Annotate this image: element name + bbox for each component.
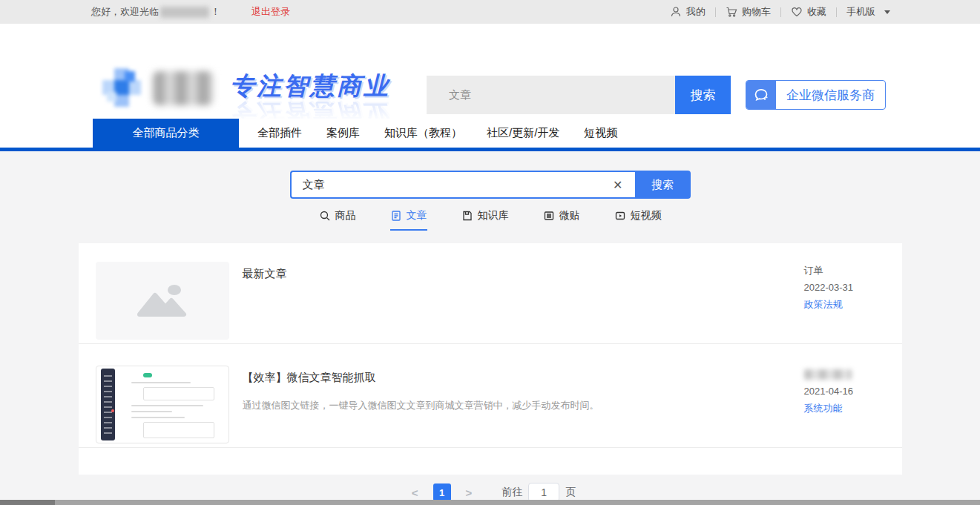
goto-label: 前往: [501, 486, 522, 499]
goto-page-input[interactable]: [528, 483, 559, 501]
logo-name-blurred: [153, 71, 214, 105]
thumb-admin-panel: [121, 371, 224, 438]
wechat-service-button[interactable]: 企业微信服务商: [746, 80, 886, 110]
header-search-button[interactable]: 搜索: [675, 76, 731, 114]
horizontal-scrollbar[interactable]: [0, 500, 980, 505]
divider: [780, 7, 781, 17]
thumb-admin-badge: [111, 409, 114, 412]
mobile-version-menu[interactable]: 手机版: [846, 5, 890, 19]
favorites-label: 收藏: [807, 5, 826, 19]
topbar-left: 您好，欢迎光临！ 退出登录: [91, 5, 290, 19]
censored-username: [160, 7, 209, 18]
page-unit-label: 页: [565, 486, 576, 499]
result-1-meta: 订单 2022-03-31 政策法规: [804, 265, 854, 317]
content-search-input[interactable]: [303, 179, 611, 191]
result-2-description: 通过微信图文链接，一键导入微信图文文章到商城文章营销中，减少手动发布时间。: [243, 399, 599, 412]
page: 您好，欢迎光临！ 退出登录 我的 购物车: [0, 0, 980, 505]
greeting-prefix: 您好，欢迎光临: [91, 6, 159, 17]
chevron-down-icon: [884, 10, 890, 14]
result-2-title[interactable]: 【效率】微信文章智能抓取: [243, 371, 599, 385]
header-search-input[interactable]: [427, 76, 675, 114]
my-account-link[interactable]: 我的: [670, 5, 706, 19]
header-search: 搜索: [427, 76, 731, 114]
result-2-author-blurred: [804, 369, 852, 380]
result-1-category-link[interactable]: 政策法规: [804, 300, 854, 309]
search-icon: [319, 210, 331, 222]
logout-link[interactable]: 退出登录: [251, 5, 290, 19]
content-search: ✕ 搜索: [290, 171, 691, 199]
result-type-tabs: 商品 文章 知识库: [0, 209, 980, 231]
result-item-2[interactable]: 【效率】微信文章智能抓取 通过微信图文链接，一键导入微信图文文章到商城文章营销中…: [79, 344, 902, 448]
tab-short-video[interactable]: 短视频: [614, 209, 662, 231]
tab-posts[interactable]: 微贴: [543, 209, 580, 231]
scrollbar-thumb[interactable]: [0, 500, 55, 505]
tab-knowledge[interactable]: 知识库: [461, 209, 509, 231]
content-search-button[interactable]: 搜索: [635, 171, 691, 199]
tab-articles[interactable]: 文章: [390, 209, 427, 231]
thumb-admin-sidebar: [101, 369, 115, 440]
wechat-work-icon: [746, 81, 776, 109]
main-nav: 全部商品分类 全部插件 案例库 知识库（教程） 社区/更新/开发 短视频: [0, 119, 980, 148]
nav-item-all-categories[interactable]: 全部商品分类: [93, 119, 239, 148]
video-icon: [614, 210, 626, 222]
result-2-main: 【效率】微信文章智能抓取 通过微信图文链接，一键导入微信图文文章到商城文章营销中…: [243, 366, 599, 443]
result-1-main: 最新文章: [243, 262, 287, 340]
greeting-suffix: ！: [211, 6, 220, 17]
cart-link[interactable]: 购物车: [726, 5, 771, 19]
result-2-thumbnail[interactable]: [96, 366, 229, 443]
tab-posts-label: 微贴: [559, 209, 580, 222]
logo-slogan-wrap: 专注智慧商业 专注智慧商业: [230, 70, 390, 120]
cart-label: 购物车: [742, 5, 771, 19]
cart-icon: [726, 6, 737, 18]
topbar: 您好，欢迎光临！ 退出登录 我的 购物车: [0, 0, 980, 24]
greeting-text: 您好，欢迎光临！: [91, 5, 220, 19]
nav-item-community[interactable]: 社区/更新/开发: [487, 126, 559, 140]
wechat-service-label: 企业微信服务商: [776, 81, 885, 109]
result-1-thumbnail[interactable]: [96, 262, 229, 340]
knowledge-icon: [461, 210, 473, 222]
nav-links: 全部插件 案例库 知识库（教程） 社区/更新/开发 短视频: [257, 119, 617, 148]
nav-item-knowledge-base[interactable]: 知识库（教程）: [384, 126, 462, 140]
prev-page-button[interactable]: <: [404, 486, 426, 499]
result-1-date: 2022-03-31: [804, 283, 854, 292]
favorites-link[interactable]: 收藏: [791, 5, 826, 19]
mobile-version-label: 手机版: [846, 5, 875, 19]
result-1-title[interactable]: 最新文章: [243, 267, 287, 281]
result-2-meta: 2021-04-16 系统功能: [804, 369, 854, 420]
image-placeholder-icon: [135, 280, 190, 322]
nav-item-short-video[interactable]: 短视频: [584, 126, 617, 140]
content: ✕ 搜索 商品 文章: [0, 151, 980, 501]
result-2-category-link[interactable]: 系统功能: [804, 403, 854, 413]
logo-mark-blurred: [102, 68, 141, 107]
topbar-right: 我的 购物车 收藏: [670, 5, 890, 19]
clear-search-icon[interactable]: ✕: [610, 178, 625, 192]
nav-item-all-plugins[interactable]: 全部插件: [257, 126, 302, 140]
divider: [715, 7, 716, 17]
tab-short-video-label: 短视频: [631, 209, 662, 222]
result-item-1[interactable]: 最新文章 订单 2022-03-31 政策法规: [79, 243, 902, 344]
nav-item-case-library[interactable]: 案例库: [326, 126, 360, 140]
results-card: 最新文章 订单 2022-03-31 政策法规: [79, 243, 902, 475]
my-account-label: 我的: [686, 5, 706, 19]
divider: [836, 7, 837, 17]
header: 专注智慧商业 专注智慧商业 搜索 企业微信服务商: [0, 24, 980, 119]
post-icon: [543, 210, 555, 222]
content-search-input-wrap: ✕: [290, 171, 635, 199]
tab-articles-label: 文章: [407, 209, 427, 222]
site-logo[interactable]: 专注智慧商业 专注智慧商业: [102, 68, 390, 120]
result-2-date: 2021-04-16: [804, 386, 854, 396]
current-page-button[interactable]: 1: [433, 483, 451, 501]
tab-goods[interactable]: 商品: [319, 209, 356, 231]
tab-goods-label: 商品: [335, 209, 356, 222]
user-icon: [670, 6, 682, 18]
pagination: < 1 > 前往 页: [0, 483, 980, 501]
result-1-type: 订单: [804, 265, 854, 275]
tab-knowledge-label: 知识库: [478, 209, 509, 222]
article-icon: [390, 210, 402, 222]
heart-icon: [791, 6, 803, 18]
next-page-button[interactable]: >: [458, 486, 480, 499]
